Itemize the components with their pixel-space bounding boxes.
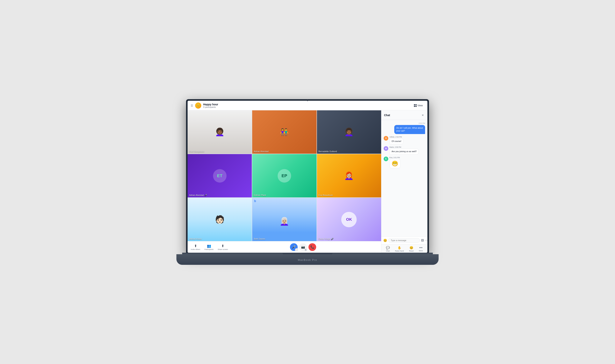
participants-count: 9 participants — [203, 106, 218, 108]
eva-photo: 👩🏼‍🦰 — [317, 154, 381, 197]
chat-title: Chat — [384, 114, 421, 117]
ok-bubble: OK — [341, 212, 357, 227]
eva-name-time: Eva, 3:01 PM — [389, 156, 400, 158]
video-tile-ruth[interactable]: 👩🏾‍🦱 Ruth Bengtsson — [188, 110, 252, 154]
camera-dot — [307, 100, 308, 101]
laptop: ☰ 😊 Happy hour 9 participants View — [182, 99, 433, 265]
adrian-avatar: A — [384, 136, 388, 141]
chat-input-area: 😊 🖼 ··· — [381, 236, 427, 244]
oscar-mic-icon: 🎤 — [331, 238, 333, 240]
bernadette-photo: 👩🏾‍🦱 — [317, 110, 381, 154]
eva-emoji-bubble: 😁 — [389, 159, 400, 168]
chat-messages: 2:53 PM Ok ok! I will join. What about y… — [381, 120, 427, 236]
tile-name-ep: Edmee Plant — [254, 194, 266, 196]
more-button[interactable]: ••• More — [419, 246, 423, 252]
video-tile-ep[interactable]: EP Edmee Plant — [252, 154, 316, 197]
emoji-picker-button[interactable]: 😊 — [383, 239, 387, 242]
chat-panel: Chat ✕ 2:53 PM Ok ok! I will join. What … — [381, 110, 427, 253]
video-tile-et[interactable]: ET Adrian Alvestad 🎤 — [188, 154, 252, 197]
video-grid-area: 👩🏾‍🦱 Ruth Bengtsson 👫 Adrian Alvestad — [188, 110, 381, 253]
tile-name-mikhail: Mikhail Kotov — [189, 238, 202, 240]
camera-button[interactable]: 📷 ▲ — [299, 243, 307, 251]
tile-name-adrian-group: Adrian Alvestad — [254, 150, 268, 153]
more-icon: ••• — [419, 246, 423, 249]
screen: ☰ 😊 Happy hour 9 participants View — [188, 101, 427, 253]
oscar-avatar: OK — [317, 198, 381, 241]
mic-chevron[interactable]: ▲ — [295, 248, 298, 251]
eva-avatar-chat: E — [384, 156, 388, 161]
laptop-base: MacBook Pro — [177, 254, 438, 265]
raise-hand-button[interactable]: ✋ Raise hand — [395, 246, 404, 252]
view-icon — [414, 104, 417, 107]
tile-name-et: Adrian Alvestad 🎤 — [189, 194, 207, 196]
ep-circle: EP — [278, 169, 291, 182]
invite-icon: ⬆ — [194, 244, 197, 248]
cam-chevron[interactable]: ▲ — [304, 248, 307, 251]
share-screen-label: Share screen — [218, 248, 228, 250]
laptop-brand: MacBook Pro — [298, 259, 317, 261]
app-header: ☰ 😊 Happy hour 9 participants View — [188, 101, 427, 110]
video-tile-beth[interactable]: b 👩🏼‍🦳 Beth Davies — [252, 198, 316, 241]
ruth-photo: 👩🏾‍🦱 — [188, 110, 252, 154]
meeting-info: Happy hour 9 participants — [203, 103, 218, 108]
attach-button[interactable]: 🖼 — [421, 239, 424, 242]
invite-others-button[interactable]: ⬆ Invite others — [191, 244, 200, 250]
react-icon: 😊 — [410, 246, 413, 250]
raise-hand-label: Raise hand — [395, 250, 404, 252]
chat-tab-label: Chat — [386, 250, 390, 252]
et-avatar: ET — [188, 154, 252, 197]
bing-logo: b — [254, 199, 256, 203]
camera-icon: 📷 — [301, 245, 305, 249]
react-button[interactable]: 😊 React — [409, 246, 414, 252]
app-main: 👩🏾‍🦱 Ruth Bengtsson 👫 Adrian Alvestad — [188, 110, 427, 253]
video-tile-eva-photo[interactable]: 👩🏼‍🦰 Eva Beaudouin — [317, 154, 381, 197]
hamburger-icon[interactable]: ☰ — [191, 104, 193, 107]
adrian-group-photo: 👫 — [252, 110, 316, 154]
message-input[interactable] — [388, 238, 420, 243]
screen-bezel: ☰ 😊 Happy hour 9 participants View — [186, 99, 429, 254]
my-bubble: Ok ok! I will join. What about your cat? — [394, 125, 425, 134]
adrian-bubble: Of course! — [389, 138, 404, 144]
meeting-emoji: 😊 — [195, 103, 201, 109]
chat-close-button[interactable]: ✕ — [421, 113, 425, 117]
participants-label: Participants — [204, 248, 213, 250]
my-msg-timestamp: 2:53 PM — [419, 122, 425, 124]
ep-avatar: EP — [252, 154, 316, 197]
video-grid: 👩🏾‍🦱 Ruth Bengtsson 👫 Adrian Alvestad — [188, 110, 381, 241]
chat-tab-button[interactable]: 💬 Chat — [386, 246, 390, 252]
end-call-button[interactable]: 📞 — [308, 243, 316, 251]
my-message-group: 2:53 PM Ok ok! I will join. What about y… — [384, 122, 425, 134]
mic-icon: 🎤 — [292, 245, 296, 249]
more-chat-button[interactable]: ··· — [425, 239, 427, 242]
chat-input-row: 😊 🖼 ··· — [383, 238, 425, 243]
participants-button[interactable]: 👥 Participants — [204, 244, 214, 250]
end-call-icon: 📞 — [310, 245, 314, 249]
video-tile-oscar[interactable]: OK Oscar Krogh 🎤 — [317, 198, 381, 241]
adrian-message: A Adrian, 2:54 PM Of course! — [384, 136, 425, 144]
video-tile-bernadette[interactable]: 👩🏾‍🦱 Bernadette Guibord — [317, 110, 381, 154]
marie-bubble: Are you joining us as well? — [389, 148, 419, 155]
react-label: React — [409, 250, 414, 252]
chat-footer-actions: 💬 Chat ✋ Raise hand 😊 React ••• — [381, 244, 427, 253]
toolbar-center: 🎤 ▲ 📷 ▲ 📞 — [228, 243, 378, 251]
video-tile-mikhail[interactable]: 🧑🏻 Mikhail Kotov — [188, 198, 252, 241]
chat-tab-icon: 💬 — [386, 246, 390, 250]
bottom-toolbar: ⬆ Invite others 👥 Participants ⬆ Share s… — [188, 241, 381, 253]
marie-name-time: Marie, 2:58 PM — [389, 146, 419, 148]
mikhail-photo: 🧑🏻 — [188, 198, 252, 241]
tile-name-ruth: Ruth Bengtsson — [189, 150, 204, 153]
mic-muted-icon: 🎤 — [205, 194, 207, 196]
et-circle: ET — [213, 169, 227, 182]
marie-avatar: M — [384, 146, 388, 151]
video-tile-adrian-group[interactable]: 👫 Adrian Alvestad — [252, 110, 316, 154]
raise-hand-icon: ✋ — [397, 246, 401, 250]
chat-header: Chat ✕ — [381, 110, 427, 120]
marie-message: M Marie, 2:58 PM Are you joining us as w… — [384, 146, 425, 155]
more-label: More — [419, 250, 423, 252]
participants-icon: 👥 — [207, 244, 211, 248]
view-button[interactable]: View — [412, 103, 424, 108]
mic-button[interactable]: 🎤 ▲ — [290, 243, 298, 251]
meeting-title: Happy hour — [203, 103, 218, 106]
share-screen-button[interactable]: ⬆ Share screen — [218, 244, 228, 250]
tile-name-bernadette: Bernadette Guibord — [318, 150, 337, 153]
